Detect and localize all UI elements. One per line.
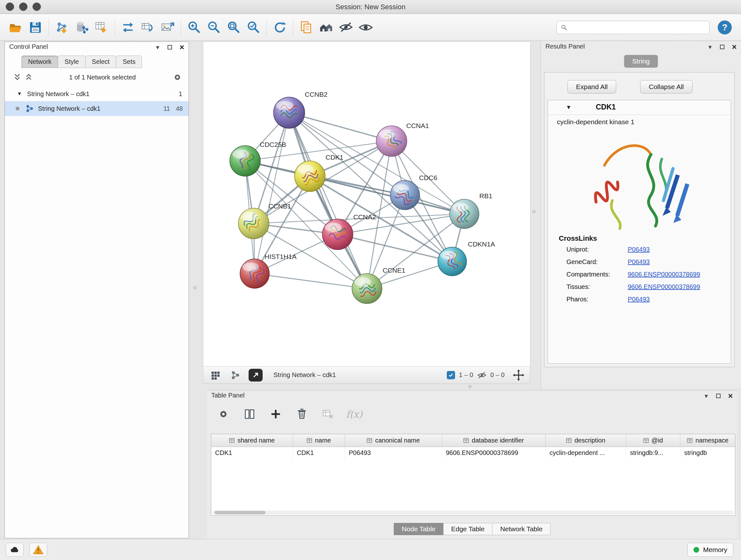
thumbnail-grid-button[interactable] [209,368,222,382]
create-column-button[interactable] [269,407,283,421]
column-header--id[interactable]: @id [626,434,680,447]
collapse-all-button[interactable]: Collapse All [640,80,692,94]
column-header-namespace[interactable]: namespace [680,434,735,447]
delete-column-button[interactable] [295,407,309,421]
close-panel-button[interactable] [727,392,734,399]
expand-all-icon[interactable] [13,73,21,81]
table-cell[interactable]: stringdb:9... [626,447,680,460]
maximize-panel-button[interactable] [719,44,726,51]
collection-expand-icon[interactable]: ▼ [17,91,22,97]
delete-table-button-disabled[interactable] [321,407,335,421]
hidden-eye-icon[interactable] [477,370,487,380]
node-CCNB2[interactable] [273,97,305,128]
float-panel-button[interactable]: ▾ [706,44,714,51]
close-panel-button[interactable] [179,44,185,51]
column-header-canonical-name[interactable]: canonical name [345,434,442,447]
node-CDC6[interactable] [390,180,420,210]
node-CCNA2[interactable] [322,219,353,250]
network-row-selected[interactable]: String Network – cdk1 11 48 [5,101,189,116]
table-cell[interactable]: CDK1 [293,447,345,460]
column-header-database-identifier[interactable]: database identifier [442,434,546,447]
tab-edge-table[interactable]: Edge Table [443,523,493,535]
tab-network-table[interactable]: Network Table [492,523,550,535]
pan-crosshair-button[interactable] [513,369,524,381]
import-network-from-file-button[interactable] [52,17,72,38]
node-CCNE1[interactable] [352,273,382,304]
hide-selected-button[interactable] [336,17,356,38]
scrollbar-thumb[interactable] [214,511,266,514]
table-cell[interactable]: cyclin-dependent ... [546,447,626,460]
node-RB1[interactable] [450,199,479,229]
network-canvas[interactable]: CCNB2CCNA1CDC25BCDK1CDC6RB1CCNB1CCNA2CDK… [203,42,530,367]
table-cell[interactable]: P06493 [345,447,442,460]
open-in-new-button[interactable] [249,369,263,381]
crosslink-value-link[interactable]: P06493 [628,258,650,266]
close-panel-button[interactable] [731,44,738,51]
warnings-button[interactable] [29,543,47,557]
section-collapse-icon[interactable]: ▼ [566,104,571,111]
maximize-panel-button[interactable] [166,44,173,51]
graphics-details-button[interactable] [316,17,336,38]
horizontal-scrollbar[interactable] [212,510,734,515]
zoom-selected-button[interactable] [244,17,263,38]
save-session-button[interactable] [25,17,45,38]
expand-all-button[interactable]: Expand All [567,80,616,94]
float-panel-button[interactable]: ▾ [154,44,161,51]
import-table-from-file-button[interactable] [91,17,111,38]
crosslink-value-link[interactable]: P06493 [628,246,650,253]
edge-HIST1H1A-CCNE1[interactable] [255,273,367,289]
open-session-button[interactable] [6,17,25,38]
network-collection-row[interactable]: ▼ String Network – cdk1 1 [5,86,189,101]
tab-network[interactable]: Network [21,56,58,68]
node-CCNA1[interactable] [376,126,407,157]
table-cell[interactable]: 9606.ENSP00000378699 [442,447,546,460]
splitter-handle[interactable] [193,286,197,289]
column-header-name[interactable]: name [293,434,345,447]
show-all-button[interactable] [356,17,376,38]
float-panel-button[interactable]: ▾ [703,392,710,399]
crosslink-value-link[interactable]: P06493 [628,296,650,303]
table-cell[interactable]: CDK1 [211,447,293,460]
command-documents-button[interactable] [296,17,316,38]
network-overview-button[interactable] [229,368,242,382]
column-header-shared-name[interactable]: shared name [211,434,293,447]
tab-node-table[interactable]: Node Table [394,523,444,535]
tab-select[interactable]: Select [85,56,117,68]
zoom-fit-button[interactable] [224,17,244,38]
table-cell[interactable]: stringdb [680,447,735,460]
selected-checkbox-icon[interactable] [447,371,455,379]
export-image-button[interactable] [158,17,178,38]
edge-CCNB2-CCNE1[interactable] [289,113,367,289]
node-HIST1H1A[interactable] [240,259,269,288]
column-header-description[interactable]: description [546,434,626,447]
memory-button[interactable]: Memory [687,543,733,557]
protein-section-header[interactable]: ▼ CDK1 [548,100,731,115]
node-CDK1[interactable] [294,161,325,192]
splitter-handle[interactable] [532,210,536,213]
network-options-button[interactable] [172,72,183,83]
apply-layout-button[interactable] [270,17,290,38]
tab-sets[interactable]: Sets [116,56,142,68]
show-columns-button[interactable] [243,407,257,421]
zoom-out-button[interactable] [204,17,224,38]
zoom-in-button[interactable] [184,17,204,38]
splitter-handle[interactable] [468,385,472,388]
tab-string[interactable]: String [624,55,658,68]
cloud-status-button[interactable] [6,543,23,557]
crosslink-value-link[interactable]: 9606.ENSP00000378699 [628,271,700,278]
table-options-button[interactable] [216,407,230,421]
tab-style[interactable]: Style [58,56,85,68]
function-builder-button-disabled[interactable]: f(x) [347,407,361,421]
edge-CCNB2-HIST1H1A[interactable] [255,113,289,273]
node-CDC25B[interactable] [230,145,260,176]
help-button[interactable]: ? [717,19,733,36]
clone-network-button[interactable] [138,17,158,38]
collapse-all-icon[interactable] [24,73,33,81]
node-CCNB1[interactable] [239,208,269,239]
maximize-panel-button[interactable] [715,392,722,399]
new-network-from-selection-button[interactable] [118,17,138,38]
search-input[interactable] [570,23,705,31]
crosslink-value-link[interactable]: 9606.ENSP00000378699 [628,283,700,291]
node-CDKN1A[interactable] [438,247,467,276]
table-row[interactable]: CDK1CDK1P064939606.ENSP00000378699cyclin… [211,447,735,460]
